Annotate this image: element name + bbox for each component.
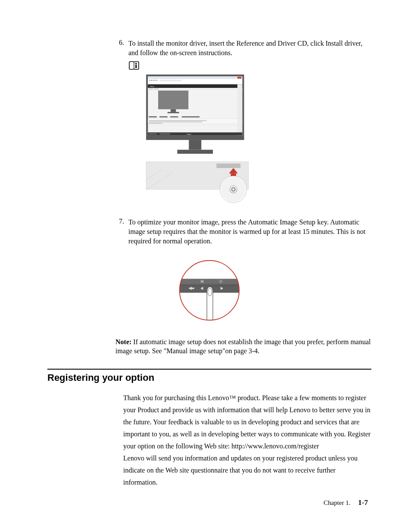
svg-rect-14 — [159, 80, 182, 81]
svg-point-12 — [155, 80, 156, 81]
svg-rect-18 — [154, 88, 159, 90]
section-body-p2: Lenovo will send you information and upd… — [123, 454, 358, 486]
svg-rect-53 — [177, 279, 242, 284]
svg-rect-5 — [148, 76, 242, 79]
document-page: 6. To install the monitor driver, insert… — [0, 0, 411, 532]
note-text: If automatic image setup does not establ… — [115, 338, 371, 355]
step-6-text: To install the monitor driver, insert th… — [128, 39, 371, 57]
svg-rect-19 — [158, 90, 188, 109]
section-rule — [47, 369, 371, 370]
svg-rect-29 — [149, 122, 202, 122]
svg-rect-28 — [149, 121, 206, 121]
svg-rect-67 — [191, 288, 194, 289]
footer-chapter: Chapter 1. — [324, 499, 350, 506]
svg-rect-32 — [237, 84, 242, 136]
svg-rect-24 — [170, 116, 178, 117]
section-body: Thank you for purchasing this Lenovo™ pr… — [123, 392, 371, 488]
svg-point-10 — [151, 80, 152, 81]
svg-rect-15 — [148, 84, 242, 88]
step-7-text-a: To optimize your monitor image — [128, 218, 218, 226]
cd-icon — [220, 176, 247, 203]
section-body-p1: Thank you for purchasing this Lenovo™ pr… — [123, 394, 371, 450]
step-7: 7. To optimize your monitor image, press… — [47, 218, 371, 246]
svg-rect-36 — [146, 137, 244, 140]
svg-rect-25 — [182, 116, 199, 117]
figure-monitor-cd: lenovo lenovo — [128, 75, 371, 210]
svg-point-13 — [156, 80, 157, 81]
brand-text-footer: lenovo — [187, 134, 191, 135]
step-7-text: To optimize your monitor image, press th… — [128, 218, 371, 246]
footer-page-number: 1-7 — [358, 498, 368, 507]
brand-text: lenovo — [150, 86, 154, 87]
section-heading: Registering your option — [47, 372, 371, 383]
step-6: 6. To install the monitor driver, insert… — [47, 39, 371, 57]
svg-rect-16 — [148, 88, 242, 90]
svg-rect-2 — [135, 65, 137, 68]
svg-point-56 — [202, 281, 202, 282]
svg-rect-38 — [177, 150, 213, 154]
svg-rect-30 — [149, 123, 162, 124]
svg-rect-17 — [149, 88, 153, 90]
svg-rect-21 — [168, 112, 179, 113]
svg-rect-34 — [149, 134, 157, 135]
svg-rect-6 — [237, 77, 241, 78]
svg-point-49 — [232, 188, 234, 190]
figure-automatic-setup-key — [47, 258, 371, 323]
svg-rect-1 — [135, 63, 137, 64]
svg-rect-40 — [216, 164, 240, 168]
step-6-number: 6. — [112, 39, 128, 47]
info-icon — [128, 61, 371, 72]
note-label: Note: — [115, 338, 131, 345]
svg-rect-20 — [171, 109, 176, 112]
page-footer: Chapter 1. 1-7 — [324, 498, 368, 507]
svg-rect-35 — [159, 134, 170, 135]
note-block: Note: If automatic image setup does not … — [115, 337, 371, 356]
svg-rect-23 — [159, 116, 168, 117]
svg-point-11 — [153, 80, 153, 81]
step-7-number: 7. — [112, 218, 128, 225]
finger-icon — [207, 287, 213, 323]
svg-rect-37 — [189, 140, 201, 150]
svg-rect-7 — [148, 79, 242, 84]
svg-point-9 — [149, 80, 150, 81]
svg-rect-22 — [149, 116, 157, 117]
step-7-text-b: , press the Automatic Image Setup key. — [218, 218, 329, 226]
